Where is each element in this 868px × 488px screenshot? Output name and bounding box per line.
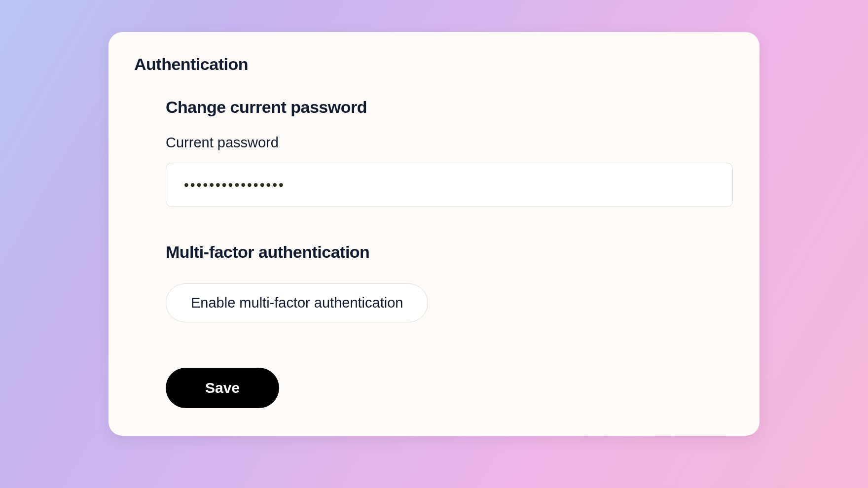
save-button[interactable]: Save [166, 368, 279, 408]
change-password-heading: Change current password [166, 98, 734, 117]
authentication-card: Authentication Change current password C… [108, 32, 760, 436]
mfa-section: Multi-factor authentication Enable multi… [166, 243, 734, 322]
current-password-input[interactable] [166, 163, 733, 207]
enable-mfa-button[interactable]: Enable multi-factor authentication [166, 283, 428, 322]
mfa-heading: Multi-factor authentication [166, 243, 734, 262]
page-title: Authentication [134, 55, 734, 74]
current-password-label: Current password [166, 135, 734, 151]
change-password-section: Change current password Current password… [134, 98, 734, 408]
